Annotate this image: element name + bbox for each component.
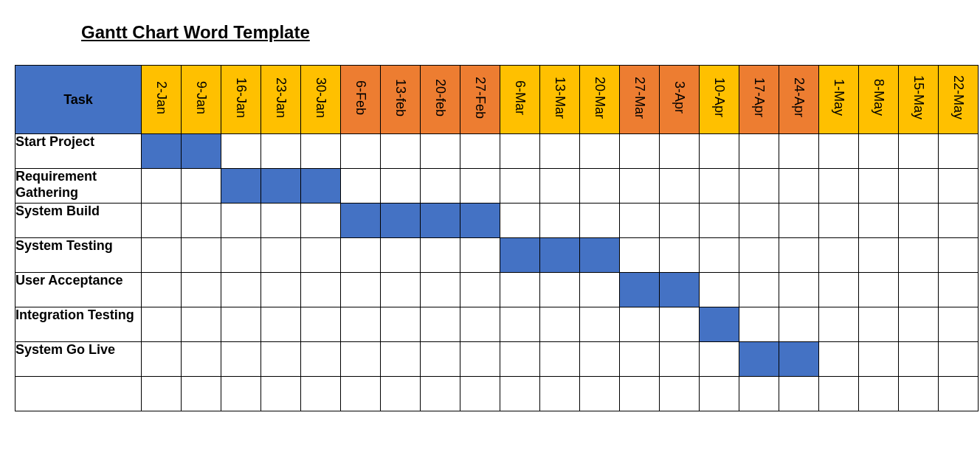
- gantt-empty-cell: [660, 204, 700, 238]
- week-label: 22-May: [952, 69, 965, 125]
- task-name-cell: System Testing: [15, 238, 142, 273]
- gantt-empty-cell: [182, 169, 221, 204]
- week-header: 30-Jan: [301, 66, 341, 134]
- week-header: 15-May: [899, 66, 939, 134]
- gantt-empty-cell: [580, 204, 620, 238]
- gantt-empty-cell: [221, 342, 261, 377]
- week-label: 24-Apr: [793, 72, 806, 123]
- gantt-empty-cell: [500, 273, 540, 307]
- gantt-header-row: Task 2-Jan9-Jan16-Jan23-Jan30-Jan6-Feb13…: [15, 66, 979, 134]
- gantt-empty-cell: [341, 238, 381, 273]
- gantt-body: Start ProjectRequirement GatheringSystem…: [15, 134, 979, 411]
- task-row: Requirement Gathering: [15, 169, 979, 204]
- gantt-empty-cell: [221, 377, 261, 411]
- gantt-empty-cell: [301, 238, 341, 273]
- gantt-empty-cell: [859, 169, 899, 204]
- gantt-empty-cell: [859, 238, 899, 273]
- gantt-bar-cell: [620, 273, 660, 307]
- week-label: 30-Jan: [314, 72, 328, 124]
- gantt-empty-cell: [700, 238, 739, 273]
- gantt-empty-cell: [580, 169, 620, 204]
- gantt-empty-cell: [221, 134, 261, 169]
- gantt-empty-cell: [341, 273, 381, 307]
- gantt-empty-cell: [142, 238, 182, 273]
- gantt-empty-cell: [261, 273, 301, 307]
- task-name-cell: Requirement Gathering: [15, 169, 142, 204]
- gantt-empty-cell: [580, 134, 620, 169]
- week-label: 20-Mar: [593, 71, 607, 125]
- gantt-empty-cell: [341, 169, 381, 204]
- gantt-empty-cell: [221, 238, 261, 273]
- spacer-row: [15, 377, 979, 411]
- gantt-empty-cell: [580, 307, 620, 342]
- gantt-empty-cell: [421, 342, 460, 377]
- gantt-empty-cell: [182, 377, 221, 411]
- gantt-empty-cell: [381, 377, 421, 411]
- gantt-bar-cell: [381, 204, 421, 238]
- gantt-empty-cell: [939, 204, 979, 238]
- gantt-empty-cell: [819, 204, 859, 238]
- gantt-empty-cell: [261, 204, 301, 238]
- gantt-empty-cell: [421, 307, 460, 342]
- week-header: 9-Jan: [182, 66, 221, 134]
- task-row: User Acceptance: [15, 273, 979, 307]
- gantt-empty-cell: [540, 307, 580, 342]
- gantt-bar-cell: [221, 169, 261, 204]
- task-row: Integration Testing: [15, 307, 979, 342]
- gantt-empty-cell: [540, 377, 580, 411]
- gantt-empty-cell: [739, 307, 779, 342]
- gantt-empty-cell: [779, 134, 819, 169]
- week-label: 2-Jan: [155, 75, 168, 120]
- gantt-empty-cell: [261, 134, 301, 169]
- gantt-bar-cell: [779, 342, 819, 377]
- gantt-bar-cell: [341, 204, 381, 238]
- gantt-empty-cell: [819, 273, 859, 307]
- gantt-empty-cell: [500, 134, 540, 169]
- gantt-empty-cell: [859, 273, 899, 307]
- gantt-empty-cell: [779, 307, 819, 342]
- gantt-empty-cell: [700, 204, 739, 238]
- gantt-empty-cell: [819, 134, 859, 169]
- gantt-empty-cell: [620, 377, 660, 411]
- week-header: 6-Mar: [500, 66, 540, 134]
- gantt-empty-cell: [381, 307, 421, 342]
- gantt-empty-cell: [301, 307, 341, 342]
- week-header: 22-May: [939, 66, 979, 134]
- gantt-empty-cell: [939, 377, 979, 411]
- gantt-bar-cell: [540, 238, 580, 273]
- page-title: Gantt Chart Word Template: [81, 22, 965, 43]
- gantt-empty-cell: [580, 377, 620, 411]
- week-label: 3-Apr: [673, 75, 686, 119]
- week-header: 27-Mar: [620, 66, 660, 134]
- gantt-empty-cell: [500, 377, 540, 411]
- gantt-empty-cell: [301, 134, 341, 169]
- gantt-empty-cell: [899, 169, 939, 204]
- gantt-empty-cell: [620, 307, 660, 342]
- gantt-empty-cell: [221, 204, 261, 238]
- gantt-empty-cell: [620, 134, 660, 169]
- gantt-empty-cell: [779, 377, 819, 411]
- gantt-empty-cell: [182, 307, 221, 342]
- gantt-empty-cell: [660, 342, 700, 377]
- gantt-empty-cell: [819, 238, 859, 273]
- week-label: 27-Mar: [633, 71, 646, 125]
- gantt-empty-cell: [182, 342, 221, 377]
- week-label: 23-Jan: [275, 72, 288, 124]
- gantt-empty-cell: [700, 377, 739, 411]
- gantt-empty-cell: [421, 377, 460, 411]
- gantt-empty-cell: [182, 204, 221, 238]
- gantt-empty-cell: [739, 204, 779, 238]
- gantt-empty-cell: [540, 204, 580, 238]
- gantt-empty-cell: [660, 238, 700, 273]
- gantt-empty-cell: [261, 377, 301, 411]
- week-label: 6-Mar: [514, 74, 527, 121]
- gantt-empty-cell: [460, 342, 500, 377]
- week-header: 13-feb: [381, 66, 421, 134]
- week-label: 27-Feb: [474, 71, 487, 125]
- gantt-empty-cell: [540, 134, 580, 169]
- gantt-empty-cell: [899, 204, 939, 238]
- gantt-bar-cell: [700, 307, 739, 342]
- gantt-empty-cell: [859, 134, 899, 169]
- gantt-empty-cell: [341, 342, 381, 377]
- gantt-empty-cell: [381, 342, 421, 377]
